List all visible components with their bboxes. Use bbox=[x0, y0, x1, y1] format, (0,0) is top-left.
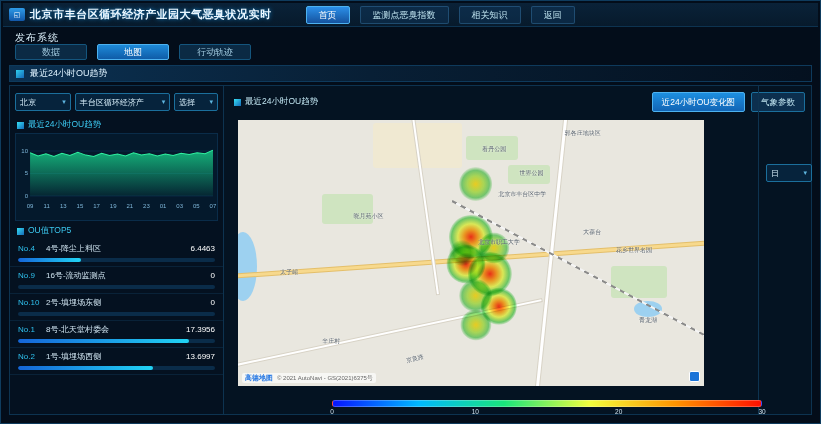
content-panel: 北京 ▾ 丰台区循环经济产 ▾ 选择 ▾ 最近24小时OU趋势 05100911… bbox=[9, 85, 812, 415]
map-label: 晓月苑小区 bbox=[353, 211, 383, 220]
top5-bar-fill bbox=[18, 258, 81, 262]
chevron-down-icon: ▾ bbox=[209, 98, 213, 106]
top5-rank: No.9 bbox=[18, 271, 46, 280]
map-header-buttons: 近24小时OU变化图气象参数 bbox=[646, 92, 805, 112]
map-attribution: 高德地图 © 2021 AutoNavi - GS(2021)6375号 bbox=[242, 373, 376, 383]
map-label: 辛庄村 bbox=[322, 336, 340, 345]
chevron-down-icon: ▾ bbox=[162, 98, 166, 106]
nav-item-0[interactable]: 首页 bbox=[306, 6, 350, 24]
map-label: 世界公园 bbox=[520, 169, 544, 178]
period-select[interactable]: 日 ▾ bbox=[766, 164, 812, 182]
map-label: 花乡世界名园 bbox=[616, 246, 652, 255]
dashboard: ◱ 北京市丰台区循环经济产业园大气恶臭状况实时 首页监测点恶臭指数相关知识返回 … bbox=[0, 0, 821, 424]
map-header-button-0[interactable]: 近24小时OU变化图 bbox=[652, 92, 745, 112]
heat-legend: 0102030 bbox=[332, 400, 762, 418]
map-panel-title: 最近24小时OU趋势 bbox=[245, 96, 318, 108]
district-select-value: 丰台区循环经济产 bbox=[80, 97, 144, 108]
top5-name: 8号-北天堂村委会 bbox=[46, 324, 182, 335]
tab-2[interactable]: 行动轨迹 bbox=[179, 44, 251, 60]
city-select-value: 北京 bbox=[20, 97, 36, 108]
top5-name: 1号-填埋场西侧 bbox=[46, 351, 182, 362]
chevron-down-icon: ▾ bbox=[803, 169, 807, 177]
nav-item-3[interactable]: 返回 bbox=[531, 6, 575, 24]
svg-text:23: 23 bbox=[143, 203, 150, 209]
legend-tick: 10 bbox=[472, 408, 479, 415]
map-label: 北京市丰台区中学 bbox=[498, 190, 546, 199]
section-header: 最近24小时OU趋势 bbox=[9, 65, 812, 82]
top5-rank: No.10 bbox=[18, 298, 46, 307]
top5-item[interactable]: No.44号-降尘上料区6.4463 bbox=[10, 240, 223, 267]
map-label: 郭各庄地块区 bbox=[565, 129, 601, 138]
map-panel-header: 最近24小时OU趋势 近24小时OU变化图气象参数 bbox=[234, 92, 805, 112]
nav-item-1[interactable]: 监测点恶臭指数 bbox=[360, 6, 449, 24]
amap-logo: 高德地图 bbox=[245, 373, 273, 383]
right-divider bbox=[758, 86, 759, 414]
map-header-button-1[interactable]: 气象参数 bbox=[751, 92, 805, 112]
svg-text:03: 03 bbox=[176, 203, 183, 209]
map-label: 北京市职工大学 bbox=[478, 238, 520, 247]
nav-item-2[interactable]: 相关知识 bbox=[459, 6, 521, 24]
map-park bbox=[611, 266, 667, 298]
top5-value: 6.4463 bbox=[191, 244, 215, 253]
top5-rank: No.4 bbox=[18, 244, 46, 253]
svg-text:11: 11 bbox=[44, 203, 51, 209]
station-select[interactable]: 选择 ▾ bbox=[174, 93, 218, 111]
svg-text:05: 05 bbox=[193, 203, 200, 209]
legend-tick: 20 bbox=[615, 408, 622, 415]
tab-1[interactable]: 地图 bbox=[97, 44, 169, 60]
top5-value: 0 bbox=[211, 271, 215, 280]
top5-bar-track bbox=[18, 258, 215, 262]
trend-chart-svg: 0510091113151719212301030507 bbox=[16, 134, 217, 220]
filter-bar: 北京 ▾ 丰台区循环经济产 ▾ 选择 ▾ bbox=[10, 86, 223, 115]
app-title: 北京市丰台区循环经济产业园大气恶臭状况实时 bbox=[30, 7, 272, 22]
trend-chart-title: 最近24小时OU趋势 bbox=[17, 119, 223, 131]
svg-text:19: 19 bbox=[110, 203, 117, 209]
top5-name: 4号-降尘上料区 bbox=[46, 243, 187, 254]
station-select-value: 选择 bbox=[179, 97, 195, 108]
bullet-icon bbox=[17, 228, 24, 235]
copyright-text: © 2021 AutoNavi - GS(2021)6375号 bbox=[277, 374, 373, 383]
top5-item[interactable]: No.18号-北天堂村委会17.3956 bbox=[10, 321, 223, 348]
top5-bar-track bbox=[18, 339, 215, 343]
period-select-value: 日 bbox=[771, 168, 779, 179]
tab-0[interactable]: 数据 bbox=[15, 44, 87, 60]
top5-item[interactable]: No.916号-流动监测点0 bbox=[10, 267, 223, 294]
map-label: 京良路 bbox=[405, 353, 425, 366]
section-title: 最近24小时OU趋势 bbox=[30, 67, 108, 80]
bullet-icon bbox=[17, 122, 24, 129]
top5-item[interactable]: No.102号-填埋场东侧0 bbox=[10, 294, 223, 321]
svg-text:01: 01 bbox=[160, 203, 167, 209]
legend-tick: 0 bbox=[330, 408, 334, 415]
svg-text:09: 09 bbox=[27, 203, 34, 209]
top5-value: 13.6997 bbox=[186, 352, 215, 361]
top5-list: No.44号-降尘上料区6.4463No.916号-流动监测点0No.102号-… bbox=[10, 240, 223, 375]
legend-ticks: 0102030 bbox=[332, 408, 762, 418]
svg-text:15: 15 bbox=[77, 203, 84, 209]
top5-bar-fill bbox=[18, 339, 189, 343]
top-nav: 首页监测点恶臭指数相关知识返回 bbox=[306, 6, 575, 24]
svg-text:07: 07 bbox=[210, 203, 217, 209]
top5-item[interactable]: No.21号-填埋场西侧13.6997 bbox=[10, 348, 223, 375]
svg-text:21: 21 bbox=[126, 203, 133, 209]
top5-title: OU值TOP5 bbox=[17, 225, 223, 237]
map-water bbox=[238, 232, 257, 301]
top5-bar-track bbox=[18, 285, 215, 289]
map-control-button[interactable] bbox=[689, 371, 700, 382]
svg-text:17: 17 bbox=[93, 203, 100, 209]
city-select[interactable]: 北京 ▾ bbox=[15, 93, 71, 111]
chevron-down-icon: ▾ bbox=[62, 98, 66, 106]
top5-bar-track bbox=[18, 312, 215, 316]
district-select[interactable]: 丰台区循环经济产 ▾ bbox=[75, 93, 170, 111]
top5-value: 0 bbox=[211, 298, 215, 307]
app-logo-icon: ◱ bbox=[9, 8, 25, 21]
top5-name: 16号-流动监测点 bbox=[46, 270, 207, 281]
top5-value: 17.3956 bbox=[186, 325, 215, 334]
title-bar: ◱ 北京市丰台区循环经济产业园大气恶臭状况实时 首页监测点恶臭指数相关知识返回 bbox=[3, 3, 818, 27]
top5-rank: No.2 bbox=[18, 352, 46, 361]
legend-gradient-bar bbox=[332, 400, 762, 407]
map-canvas[interactable]: 郭各庄地块区看丹公园世界公园北京市丰台区中学晓月苑小区大葆台北京市职工大学花乡世… bbox=[238, 120, 704, 386]
top5-rank: No.1 bbox=[18, 325, 46, 334]
view-tabs: 数据地图行动轨迹 bbox=[15, 44, 251, 60]
top5-bar-fill bbox=[18, 366, 153, 370]
svg-text:13: 13 bbox=[60, 203, 67, 209]
